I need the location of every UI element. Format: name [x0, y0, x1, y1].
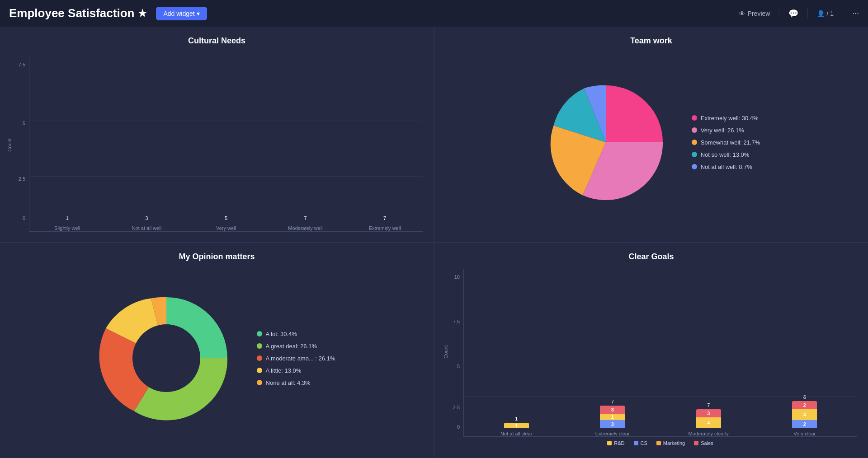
seg-2-rd: 1 [600, 414, 625, 420]
seg-4-cs: 2 [792, 420, 817, 428]
eye-icon: 👁 [739, 10, 745, 17]
user-badge[interactable]: 👤 / 1 [817, 10, 834, 17]
bars-inner: 1 Slightly well 3 Not at all well 5 [29, 53, 423, 232]
donut-inner-circle [132, 324, 200, 392]
more-icon[interactable]: ··· [852, 9, 859, 18]
stacked-bars-inner: 1 1 Not at all clear 7 3 1 [463, 269, 857, 437]
legend-label-a-lot: A lot: 30.4% [266, 331, 297, 337]
legend-dot-none [257, 380, 262, 385]
legend-cs: CS [634, 440, 647, 446]
stacked-bar-4: 2 4 2 [792, 401, 817, 428]
legend-dot-moderate [257, 355, 262, 361]
legend-marketing-dot [656, 441, 661, 445]
legend-dot-a-lot [257, 331, 262, 336]
legend-dot-great-deal [257, 343, 262, 349]
y-label-5: 5 [23, 121, 25, 126]
dashboard: Cultural Needs 7.5 5 2.5 0 Count [0, 27, 868, 458]
cg-y-10: 10 [454, 274, 460, 280]
star-icon[interactable]: ★ [138, 8, 147, 19]
legend-rd: R&D [607, 440, 624, 446]
clear-goals-chart: 10 7.5 5 2.5 0 Count [445, 269, 857, 448]
header-divider-2 [807, 8, 808, 19]
cg-y-5: 5 [457, 364, 460, 369]
y-label-25: 2.5 [19, 176, 25, 182]
bar-extremely-well: 7 Extremely well [351, 215, 418, 231]
legend-rd-dot [607, 441, 612, 445]
stacked-bar-not-at-all-clear: 1 1 Not at all clear [477, 416, 556, 436]
stacked-bar-3: 4 3 [696, 409, 721, 428]
legend-sales-dot [694, 441, 698, 445]
header-divider-1 [779, 8, 779, 19]
cg-grid-5 [464, 358, 857, 358]
clear-goals-legend: R&D CS Marketing Sales [463, 440, 857, 448]
add-widget-button[interactable]: Add widget ▾ [156, 7, 207, 20]
legend-label-somewhat-well: Somewhat well: 21.7% [701, 139, 760, 146]
stacked-bar-very-clear: 8 2 4 2 Very clear [766, 394, 844, 436]
opinion-content: A lot: 30.4% A great deal: 26.1% A moder… [11, 269, 423, 448]
preview-button[interactable]: 👁 Preview [739, 10, 770, 17]
seg-3-rd: 4 [696, 417, 721, 428]
cg-y-0: 0 [457, 424, 460, 430]
legend-marketing-label: Marketing [663, 440, 685, 446]
cg-grid-10 [464, 274, 857, 274]
grid-line-25 [29, 176, 423, 177]
legend-great-deal: A great deal: 26.1% [257, 343, 335, 350]
team-work-legend: Extremely well: 30.4% Very well: 26.1% S… [692, 115, 760, 170]
cg-y-25: 2.5 [453, 405, 460, 410]
legend-marketing: Marketing [656, 440, 685, 446]
legend-dot-somewhat-well [692, 140, 697, 145]
bar-slightly-well: 1 Slightly well [34, 215, 101, 231]
stacked-bar-moderately-clear: 7 4 3 Moderately clearly [670, 402, 748, 436]
seg-2-sales: 3 [600, 406, 625, 414]
cg-count-label: Count [443, 346, 448, 359]
cg-grid-75 [464, 316, 857, 316]
legend-not-so-well: Not so well: 13.0% [692, 151, 760, 158]
team-work-pie [542, 79, 669, 206]
stacked-bars-container: 1 1 Not at all clear 7 3 1 [463, 269, 857, 448]
seg-1-rd: 1 [504, 423, 529, 428]
stacked-bar-extremely-clear: 7 3 1 3 Extremely clear [574, 399, 652, 436]
user-count: / 1 [826, 10, 834, 17]
bar-very-well: 5 Very well [193, 215, 259, 231]
legend-dot-little [257, 368, 262, 373]
stacked-bar-area: 10 7.5 5 2.5 0 Count [445, 269, 857, 448]
legend-extremely-well: Extremely well: 30.4% [692, 115, 760, 122]
legend-label-none: None at all: 4.3% [266, 379, 311, 386]
legend-dot-not-so-well [692, 152, 697, 157]
team-work-title: Team work [445, 36, 857, 46]
clear-goals-title: Clear Goals [445, 252, 857, 262]
legend-not-at-all-well: Not at all well: 8.7% [692, 164, 760, 170]
legend-label-not-so-well: Not so well: 13.0% [701, 151, 750, 158]
legend-label-very-well: Very well: 26.1% [701, 127, 744, 134]
seg-3-sales: 3 [696, 409, 721, 417]
cg-grid-25 [464, 396, 857, 397]
legend-sales-label: Sales [701, 440, 713, 446]
header: Employee Satisfaction ★ Add widget ▾ 👁 P… [0, 0, 868, 27]
legend-none: None at all: 4.3% [257, 379, 335, 386]
legend-label-extremely-well: Extremely well: 30.4% [701, 115, 759, 122]
opinion-matters-panel: My Opinion matters [0, 243, 434, 458]
bar-not-at-all-well: 3 Not at all well [113, 215, 180, 231]
team-work-svg [542, 79, 669, 206]
cultural-needs-panel: Cultural Needs 7.5 5 2.5 0 Count [0, 27, 434, 242]
opinion-donut [99, 290, 234, 426]
opinion-legend: A lot: 30.4% A great deal: 26.1% A moder… [257, 331, 335, 386]
legend-cs-dot [634, 441, 638, 445]
page-title: Employee Satisfaction ★ [9, 6, 147, 20]
legend-dot-very-well [692, 127, 697, 133]
header-right: 👁 Preview 💬 👤 / 1 ··· [739, 8, 859, 19]
slice-extremely-well [606, 85, 663, 142]
y-label-0: 0 [23, 215, 25, 221]
legend-dot-not-at-all-well [692, 164, 697, 169]
stacked-bar-1: 1 [504, 423, 529, 428]
header-divider-3 [843, 8, 843, 19]
legend-cs-label: CS [641, 440, 647, 446]
legend-little: A little: 13.0% [257, 367, 335, 374]
team-work-content: Extremely well: 30.4% Very well: 26.1% S… [445, 53, 857, 232]
stacked-bar-2: 3 1 3 [600, 406, 625, 428]
cultural-needs-chart: 7.5 5 2.5 0 Count 1 [11, 53, 423, 232]
seg-4-sales: 2 [792, 401, 817, 409]
comment-icon[interactable]: 💬 [788, 9, 798, 19]
preview-label: Preview [748, 10, 770, 17]
legend-sales: Sales [694, 440, 713, 446]
